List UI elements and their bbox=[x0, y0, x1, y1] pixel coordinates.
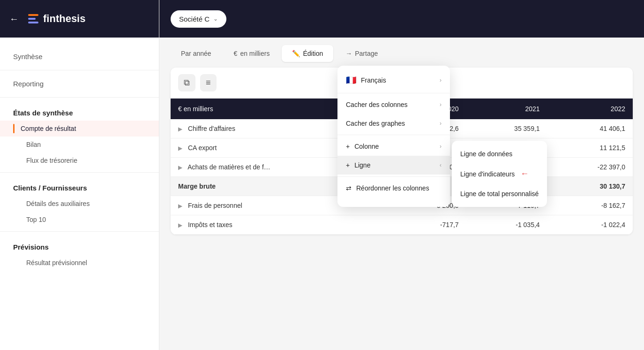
dropdown-item-reordonner[interactable]: ⇄ Réordonner les colonnes bbox=[337, 179, 450, 198]
dropdown-item-cacher-colonnes[interactable]: Cacher des colonnes › bbox=[337, 95, 450, 114]
euro-icon: € bbox=[234, 50, 238, 57]
cell-2022: 30 130,7 bbox=[547, 177, 633, 196]
topbar: Société C ⌄ bbox=[159, 0, 644, 38]
row-toggle-icon[interactable]: ▶ bbox=[178, 222, 182, 228]
sort-button[interactable]: ≡ bbox=[200, 74, 217, 91]
dropdown-item-francais[interactable]: 🇫🇷 Français › bbox=[337, 69, 450, 91]
submenu-item-ligne-total[interactable]: Ligne de total personnalisé bbox=[452, 184, 547, 203]
tab-en-milliers-label: en milliers bbox=[240, 50, 270, 57]
company-name: Société C bbox=[179, 15, 210, 23]
logo-bar-1 bbox=[28, 14, 38, 16]
company-selector[interactable]: Société C ⌄ bbox=[171, 10, 226, 28]
sidebar-item-reporting[interactable]: Reporting bbox=[0, 74, 159, 93]
sidebar-item-flux[interactable]: Flux de trésorerie bbox=[0, 152, 159, 168]
row-toggle-icon[interactable]: ▶ bbox=[178, 164, 182, 171]
dropdown-item-reordonner-label: Réordonner les colonnes bbox=[356, 184, 429, 192]
sidebar-item-resultat[interactable]: Résultat prévisionnel bbox=[0, 255, 159, 271]
main-content: Société C ⌄ Par année € en milliers ✏️ É… bbox=[159, 0, 644, 350]
dropdown-item-colonne-left: + Colonne bbox=[346, 143, 379, 150]
divider-4 bbox=[0, 231, 159, 232]
divider-2 bbox=[0, 97, 159, 98]
logo-icon bbox=[28, 14, 38, 23]
chevron-right-icon: › bbox=[440, 101, 442, 108]
cell-2022: -8 162,7 bbox=[547, 196, 633, 215]
tab-par-annee-label: Par année bbox=[181, 50, 211, 57]
dropdown-item-cacher-graphes-label: Cacher des graphes bbox=[346, 120, 405, 127]
copy-button[interactable]: ⧉ bbox=[178, 74, 195, 91]
dropdown-item-cacher-colonnes-left: Cacher des colonnes bbox=[346, 101, 408, 108]
col-header-2022: 2022 bbox=[547, 99, 633, 119]
sidebar-item-synthese[interactable]: Synthèse bbox=[0, 47, 159, 66]
dropdown-item-cacher-graphes[interactable]: Cacher des graphes › bbox=[337, 114, 450, 133]
dropdown-item-colonne[interactable]: + Colonne › bbox=[337, 137, 450, 156]
red-arrow-icon: ← bbox=[520, 169, 529, 179]
row-toggle-icon[interactable]: ▶ bbox=[178, 145, 182, 152]
divider-1 bbox=[0, 70, 159, 70]
company-chevron-icon: ⌄ bbox=[213, 15, 218, 22]
submenu-item-ligne-donnees[interactable]: Ligne de données bbox=[452, 145, 547, 163]
tab-edition-label: Édition bbox=[303, 50, 323, 57]
dropdown-divider-2 bbox=[337, 135, 450, 135]
swap-icon: ⇄ bbox=[346, 184, 352, 192]
plus-icon: + bbox=[346, 161, 350, 169]
cell-2022: 11 121,5 bbox=[547, 138, 633, 158]
copy-icon: ⧉ bbox=[184, 78, 190, 87]
back-button[interactable]: ← bbox=[9, 14, 19, 24]
divider-3 bbox=[0, 172, 159, 173]
dropdown-item-ligne[interactable]: + Ligne ‹ bbox=[337, 156, 450, 175]
content-area: Par année € en milliers ✏️ Édition → Par… bbox=[159, 38, 644, 350]
chevron-left-icon: ‹ bbox=[440, 162, 442, 168]
tab-partage-label: Partage bbox=[355, 50, 378, 57]
ligne-submenu: Ligne de données Ligne d'indicateurs ← L… bbox=[452, 141, 547, 207]
share-icon: → bbox=[345, 50, 352, 57]
cell-2022: -1 022,4 bbox=[547, 215, 633, 235]
sidebar-item-bilan[interactable]: Bilan bbox=[0, 137, 159, 152]
sidebar-item-compte[interactable]: Compte de résultat bbox=[0, 121, 159, 137]
submenu-item-ligne-total-label: Ligne de total personnalisé bbox=[460, 190, 539, 198]
row-toggle-icon[interactable]: ▶ bbox=[178, 203, 182, 209]
chevron-right-icon: › bbox=[440, 143, 442, 150]
sidebar-item-details[interactable]: Détails des auxiliaires bbox=[0, 196, 159, 212]
section-previsions: Prévisions bbox=[0, 236, 159, 255]
table-row: ▶ Impôts et taxes -717,7 -1 035,4 -1 022… bbox=[171, 215, 633, 235]
dropdown-item-cacher-graphes-left: Cacher des graphes bbox=[346, 120, 405, 127]
dropdown-item-francais-left: 🇫🇷 Français bbox=[346, 75, 386, 85]
sort-icon: ≡ bbox=[206, 78, 211, 87]
row-label: ▶ Impôts et taxes bbox=[171, 215, 385, 235]
sidebar-header: ← finthesis bbox=[0, 0, 159, 38]
dropdown-item-cacher-colonnes-label: Cacher des colonnes bbox=[346, 101, 408, 108]
tab-edition[interactable]: ✏️ Édition bbox=[282, 45, 333, 62]
dropdown-item-ligne-label: Ligne bbox=[354, 161, 370, 169]
tab-partage[interactable]: → Partage bbox=[335, 45, 388, 62]
sidebar: ← finthesis Synthèse Reporting États de … bbox=[0, 0, 159, 350]
chevron-right-icon: › bbox=[440, 120, 442, 127]
french-flag-icon: 🇫🇷 bbox=[346, 75, 356, 85]
dropdown-divider-1 bbox=[337, 93, 450, 93]
dropdown-item-colonne-label: Colonne bbox=[354, 143, 379, 150]
cell-2021: -1 035,4 bbox=[466, 215, 547, 235]
dropdown-item-ligne-left: + Ligne bbox=[346, 161, 370, 169]
edition-dropdown: 🇫🇷 Français › Cacher des colonnes › bbox=[337, 66, 547, 207]
tab-par-annee[interactable]: Par année bbox=[171, 45, 222, 62]
sidebar-nav: Synthèse Reporting États de synthèse Com… bbox=[0, 38, 159, 350]
plus-icon: + bbox=[346, 143, 350, 150]
row-toggle-icon[interactable]: ▶ bbox=[178, 126, 182, 132]
submenu-item-ligne-indicateurs[interactable]: Ligne d'indicateurs ← bbox=[452, 163, 547, 184]
submenu-item-ligne-donnees-label: Ligne de données bbox=[460, 150, 512, 158]
dropdown-item-reordonner-left: ⇄ Réordonner les colonnes bbox=[346, 184, 429, 192]
chevron-right-icon: › bbox=[440, 77, 442, 84]
submenu-item-ligne-indicateurs-label: Ligne d'indicateurs bbox=[460, 170, 515, 178]
section-clients: Clients / Fournisseurs bbox=[0, 176, 159, 196]
tabs-bar: Par année € en milliers ✏️ Édition → Par… bbox=[159, 38, 644, 62]
section-etats: États de synthèse bbox=[0, 101, 159, 121]
logo-bar-2 bbox=[28, 18, 36, 20]
tab-en-milliers[interactable]: € en milliers bbox=[224, 45, 280, 62]
cell-2020: -717,7 bbox=[385, 215, 466, 235]
logo-text: finthesis bbox=[43, 13, 85, 25]
dropdown-menu: 🇫🇷 Français › Cacher des colonnes › bbox=[337, 66, 450, 207]
cell-2022: 41 406,1 bbox=[547, 119, 633, 138]
logo-bar-3 bbox=[28, 22, 38, 23]
dropdown-item-francais-label: Français bbox=[361, 76, 386, 84]
sidebar-item-top10[interactable]: Top 10 bbox=[0, 212, 159, 228]
edit-icon: ✏️ bbox=[292, 50, 300, 57]
